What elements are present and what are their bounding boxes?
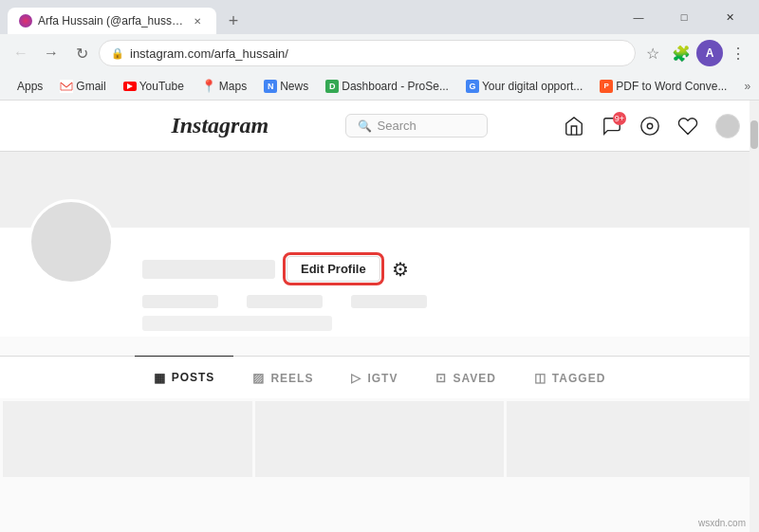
instagram-logo: Instagram [171, 113, 268, 138]
stat-placeholder-2 [247, 295, 323, 308]
gmail-icon [60, 80, 73, 93]
grid-row-1 [3, 401, 756, 477]
address-text: instagram.com/arfa_hussain/ [130, 46, 623, 61]
pdf-label: PDF to Word Conve... [616, 80, 727, 93]
tab-posts[interactable]: ▦ POSTS [135, 356, 234, 398]
nav-bar: ← → ↻ 🔒 instagram.com/arfa_hussain/ ☆ 🧩 … [0, 34, 759, 72]
page-content: Instagram 🔍 Search 9+ [0, 101, 759, 532]
settings-icon[interactable]: ⚙ [392, 258, 409, 281]
user-avatar[interactable] [715, 114, 740, 138]
nav-actions: ☆ 🧩 A ⋮ [639, 40, 751, 66]
news-label: News [280, 80, 308, 93]
bookmark-apps[interactable]: Apps [9, 77, 50, 96]
digital-label: Your digital opport... [482, 80, 583, 93]
tab-strip: Arfa Hussain (@arfa_hussain) • I... ✕ + [8, 0, 617, 34]
news-icon: N [264, 80, 277, 93]
posts-tab-label: POSTS [172, 371, 215, 384]
search-icon: 🔍 [358, 119, 372, 133]
scrollbar[interactable] [750, 101, 759, 532]
maps-label: Maps [219, 80, 247, 93]
tab-saved[interactable]: ⊡ SAVED [417, 357, 514, 398]
profile-pic-wrapper [28, 199, 114, 284]
youtube-icon [123, 82, 137, 91]
grid-cell[interactable] [3, 401, 252, 477]
home-icon[interactable] [564, 116, 584, 137]
profile-area: Edit Profile ⚙ ▦ POSTS [0, 152, 759, 532]
address-bar[interactable]: 🔒 instagram.com/arfa_hussain/ [99, 40, 636, 66]
reels-tab-label: REELS [270, 372, 313, 385]
reels-tab-icon: ▨ [252, 371, 265, 385]
apps-label: Apps [17, 80, 43, 93]
new-tab-button[interactable]: + [220, 8, 247, 34]
grid-cell[interactable] [507, 401, 756, 477]
more-button[interactable]: ⋮ [725, 40, 751, 66]
saved-tab-label: SAVED [453, 372, 495, 385]
ig-nav-icons: 9+ [564, 114, 740, 138]
profile-main: Edit Profile ⚙ [0, 228, 759, 337]
tagged-tab-label: TAGGED [552, 372, 605, 385]
active-tab[interactable]: Arfa Hussain (@arfa_hussain) • I... ✕ [8, 8, 216, 34]
maximize-button[interactable]: □ [662, 4, 706, 30]
saved-tab-icon: ⊡ [435, 371, 447, 385]
digital-icon: G [466, 80, 479, 93]
username-row: Edit Profile ⚙ [142, 256, 731, 282]
extensions-button[interactable]: 🧩 [668, 40, 694, 66]
search-bar[interactable]: 🔍 Search [345, 114, 488, 138]
back-button[interactable]: ← [8, 40, 34, 66]
igtv-tab-label: IGTV [367, 372, 398, 385]
profile-info: Edit Profile ⚙ [142, 247, 731, 337]
bookmarks-bar: Apps Gmail YouTube 📍 Maps N News D [0, 72, 759, 101]
instagram-header: Instagram 🔍 Search 9+ [0, 101, 759, 152]
more-bookmarks-button[interactable]: » [738, 77, 756, 96]
window-controls: — □ ✕ [617, 4, 751, 30]
maps-icon: 📍 [201, 79, 216, 93]
search-placeholder: Search [378, 119, 417, 133]
profile-tabs: ▦ POSTS ▨ REELS ▷ IGTV ⊡ SAVED ◫ TAGGE [0, 356, 759, 398]
bookmark-star-button[interactable]: ☆ [639, 40, 666, 66]
igtv-tab-icon: ▷ [351, 371, 361, 385]
grid-cell[interactable] [255, 401, 505, 477]
bookmark-news[interactable]: N News [256, 77, 316, 96]
dashboard-label: Dashboard - ProSe... [342, 80, 449, 93]
reload-button[interactable]: ↻ [68, 40, 95, 66]
tab-favicon [19, 14, 32, 28]
tab-close-button[interactable]: ✕ [190, 13, 205, 28]
username-placeholder [142, 260, 275, 279]
profile-stats [142, 295, 731, 308]
svg-point-2 [647, 123, 653, 129]
messenger-icon[interactable]: 9+ [602, 116, 622, 137]
minimize-button[interactable]: — [617, 4, 660, 30]
notification-badge: 9+ [613, 112, 626, 125]
stat-placeholder-1 [142, 295, 218, 308]
bookmark-youtube[interactable]: YouTube [116, 77, 192, 96]
posts-tab-icon: ▦ [154, 371, 166, 385]
tab-reels[interactable]: ▨ REELS [233, 357, 332, 398]
compass-icon[interactable] [639, 116, 660, 137]
svg-rect-0 [60, 80, 73, 93]
pdf-icon: P [600, 80, 613, 93]
tab-igtv[interactable]: ▷ IGTV [332, 357, 417, 398]
tab-tagged[interactable]: ◫ TAGGED [515, 357, 624, 398]
posts-grid [0, 398, 759, 512]
forward-button[interactable]: → [38, 40, 65, 66]
bookmark-gmail[interactable]: Gmail [52, 77, 113, 96]
title-bar: Arfa Hussain (@arfa_hussain) • I... ✕ + … [0, 0, 759, 34]
heart-icon[interactable] [677, 116, 698, 137]
stat-placeholder-3 [351, 295, 427, 308]
gmail-label: Gmail [76, 80, 105, 93]
edit-profile-button[interactable]: Edit Profile [287, 256, 380, 282]
tagged-tab-icon: ◫ [534, 371, 546, 385]
cover-area [0, 152, 759, 228]
profile-button[interactable]: A [696, 40, 723, 66]
profile-picture[interactable] [28, 199, 114, 284]
youtube-label: YouTube [139, 80, 184, 93]
watermark: wsxdn.com [698, 518, 746, 528]
bookmark-maps[interactable]: 📍 Maps [194, 76, 254, 96]
bookmark-digital[interactable]: G Your digital opport... [458, 77, 590, 96]
bookmark-pdf[interactable]: P PDF to Word Conve... [592, 77, 734, 96]
bookmark-dashboard[interactable]: D Dashboard - ProSe... [318, 77, 456, 96]
close-button[interactable]: ✕ [708, 4, 751, 30]
lock-icon: 🔒 [111, 47, 124, 60]
scrollbar-thumb[interactable] [750, 120, 758, 149]
browser-frame: Arfa Hussain (@arfa_hussain) • I... ✕ + … [0, 0, 759, 532]
